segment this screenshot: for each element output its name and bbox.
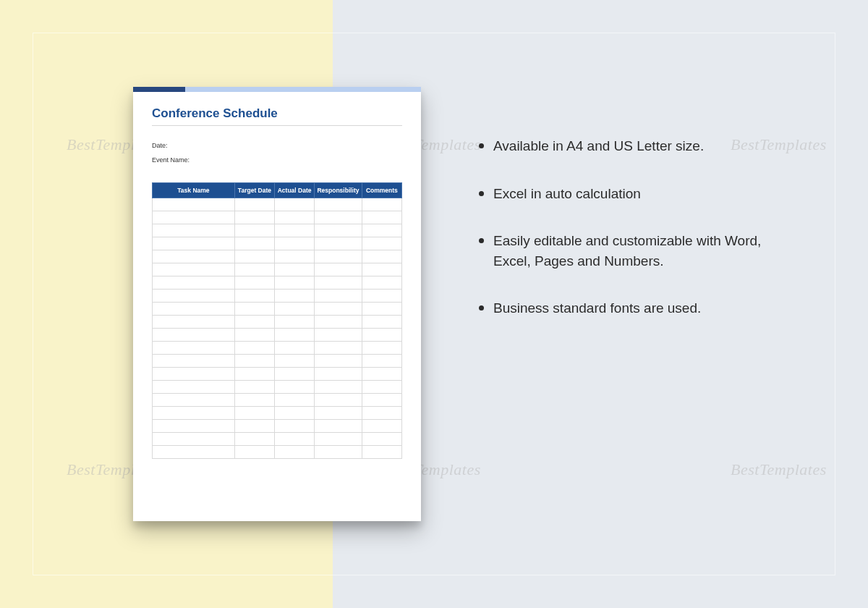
table-cell: [362, 407, 401, 420]
table-cell: [315, 211, 362, 224]
table-cell: [234, 316, 274, 329]
table-cell: [315, 329, 362, 342]
table-row: [153, 381, 402, 394]
table-cell: [153, 290, 235, 303]
table-body: [153, 198, 402, 459]
table-cell: [362, 368, 401, 381]
table-cell: [153, 355, 235, 368]
table-row: [153, 407, 402, 420]
table-cell: [234, 237, 274, 250]
table-cell: [275, 381, 315, 394]
table-row: [153, 433, 402, 446]
table-cell: [234, 198, 274, 211]
table-cell: [362, 355, 401, 368]
table-cell: [362, 394, 401, 407]
table-cell: [153, 250, 235, 263]
date-label: Date:: [152, 142, 168, 149]
feature-item: Business standard fonts are used.: [477, 298, 796, 318]
table-row: [153, 250, 402, 263]
table-cell: [362, 198, 401, 211]
table-cell: [275, 355, 315, 368]
table-cell: [153, 446, 235, 459]
table-cell: [315, 394, 362, 407]
table-cell: [315, 355, 362, 368]
table-row: [153, 420, 402, 433]
table-cell: [275, 368, 315, 381]
table-row: [153, 355, 402, 368]
table-cell: [315, 198, 362, 211]
table-cell: [362, 329, 401, 342]
table-cell: [275, 263, 315, 276]
feature-item: Available in A4 and US Letter size.: [477, 136, 796, 156]
document-top-accent: [133, 87, 421, 92]
table-cell: [234, 329, 274, 342]
table-cell: [234, 407, 274, 420]
table-cell: [153, 224, 235, 237]
table-cell: [234, 446, 274, 459]
table-cell: [234, 211, 274, 224]
table-cell: [315, 381, 362, 394]
table-cell: [234, 381, 274, 394]
table-row: [153, 237, 402, 250]
table-cell: [234, 420, 274, 433]
table-row: [153, 394, 402, 407]
table-cell: [315, 407, 362, 420]
table-row: [153, 211, 402, 224]
table-cell: [153, 342, 235, 355]
table-cell: [315, 303, 362, 316]
feature-item: Excel in auto calculation: [477, 184, 796, 204]
table-cell: [234, 342, 274, 355]
document-preview: Conference Schedule Date: Event Name: Ta…: [133, 87, 421, 521]
table-cell: [275, 420, 315, 433]
table-row: [153, 316, 402, 329]
table-cell: [153, 394, 235, 407]
table-row: [153, 329, 402, 342]
table-cell: [153, 263, 235, 276]
table-row: [153, 263, 402, 276]
table-cell: [234, 290, 274, 303]
table-cell: [315, 224, 362, 237]
table-cell: [315, 420, 362, 433]
document-title: Conference Schedule: [152, 106, 402, 126]
table-row: [153, 303, 402, 316]
table-cell: [275, 290, 315, 303]
col-task-name: Task Name: [153, 183, 235, 198]
table-cell: [315, 250, 362, 263]
table-cell: [275, 329, 315, 342]
table-row: [153, 290, 402, 303]
table-cell: [275, 316, 315, 329]
table-cell: [362, 290, 401, 303]
table-cell: [362, 433, 401, 446]
table-cell: [315, 263, 362, 276]
col-target-date: Target Date: [234, 183, 274, 198]
table-cell: [362, 263, 401, 276]
table-cell: [362, 342, 401, 355]
table-cell: [275, 433, 315, 446]
watermark-text: BestTemplates: [731, 460, 827, 479]
table-cell: [315, 342, 362, 355]
col-actual-date: Actual Date: [275, 183, 315, 198]
table-cell: [362, 316, 401, 329]
table-cell: [275, 211, 315, 224]
feature-item: Easily editable and customizable with Wo…: [477, 231, 796, 271]
table-cell: [362, 224, 401, 237]
table-cell: [362, 250, 401, 263]
table-cell: [275, 276, 315, 290]
table-cell: [275, 303, 315, 316]
stage: BestTemplates BestTemplates BestTemplate…: [0, 0, 868, 608]
table-cell: [275, 342, 315, 355]
table-cell: [153, 368, 235, 381]
table-cell: [362, 420, 401, 433]
table-row: [153, 224, 402, 237]
table-row: [153, 446, 402, 459]
table-cell: [234, 276, 274, 290]
table-cell: [153, 381, 235, 394]
event-name-label: Event Name:: [152, 156, 190, 164]
document-body: Conference Schedule Date: Event Name: Ta…: [133, 92, 421, 466]
table-cell: [234, 394, 274, 407]
col-responsibility: Responsibility: [315, 183, 362, 198]
feature-list: Available in A4 and US Letter size.Excel…: [477, 136, 796, 346]
table-cell: [275, 198, 315, 211]
table-cell: [362, 211, 401, 224]
table-cell: [153, 316, 235, 329]
